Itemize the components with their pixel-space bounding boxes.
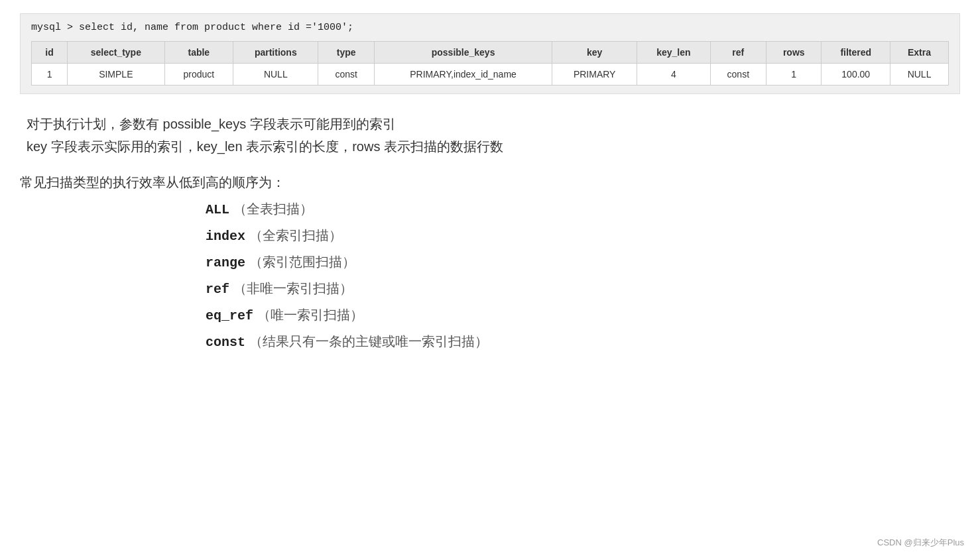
list-item: ref （非唯一索引扫描）	[206, 282, 960, 296]
sql-table-container: mysql > select id, name from product whe…	[20, 13, 960, 94]
table-header-cell: table	[164, 42, 233, 64]
scan-type-desc: （全索引扫描）	[245, 228, 342, 243]
table-cell: PRIMARY	[552, 64, 637, 85]
list-item: index （全索引扫描）	[206, 229, 960, 243]
scan-type-code: range	[206, 255, 245, 270]
table-header-cell: id	[32, 42, 68, 64]
table-cell: const	[318, 64, 375, 85]
table-cell: PRIMARY,index_id_name	[374, 64, 552, 85]
table-header-cell: filtered	[822, 42, 890, 64]
table-cell: NULL	[233, 64, 318, 85]
table-header-cell: key_len	[637, 42, 710, 64]
table-header-cell: possible_keys	[374, 42, 552, 64]
table-cell: const	[710, 64, 766, 85]
table-header-row: idselect_typetablepartitionstypepossible…	[32, 42, 949, 64]
table-cell: product	[164, 64, 233, 85]
table-header-cell: Extra	[890, 42, 949, 64]
table-cell: 4	[637, 64, 710, 85]
table-cell: 100.00	[822, 64, 890, 85]
scan-type-code: index	[206, 229, 245, 244]
list-item: ALL （全表扫描）	[206, 202, 960, 217]
scan-type-code: const	[206, 335, 245, 350]
table-cell: 1	[32, 64, 68, 85]
watermark: CSDN @归来少年Plus	[877, 537, 964, 549]
description-block: 对于执行计划，参数有 possible_keys 字段表示可能用到的索引 key…	[20, 113, 960, 158]
list-item: eq_ref （唯一索引扫描）	[206, 308, 960, 323]
table-header-cell: partitions	[233, 42, 318, 64]
table-body: 1SIMPLEproductNULLconstPRIMARY,index_id_…	[32, 64, 949, 85]
description-line2: key 字段表示实际用的索引，key_len 表示索引的长度，rows 表示扫描…	[27, 135, 960, 158]
table-cell: SIMPLE	[68, 64, 164, 85]
description-line1: 对于执行计划，参数有 possible_keys 字段表示可能用到的索引	[27, 113, 960, 135]
table-header-cell: ref	[710, 42, 766, 64]
scan-types-list: ALL （全表扫描）index （全索引扫描）range （索引范围扫描）ref…	[20, 202, 960, 349]
table-header-cell: key	[552, 42, 637, 64]
page-wrapper: mysql > select id, name from product whe…	[0, 0, 980, 558]
explain-table: idselect_typetablepartitionstypepossible…	[31, 41, 949, 85]
scan-type-desc: （索引范围扫描）	[245, 254, 355, 269]
scan-type-code: ref	[206, 282, 229, 297]
scan-type-desc: （唯一索引扫描）	[253, 307, 363, 322]
sql-query: mysql > select id, name from product whe…	[31, 22, 949, 33]
scan-type-code: eq_ref	[206, 308, 253, 323]
section-title: 常见扫描类型的执行效率从低到高的顺序为：	[20, 174, 960, 192]
scan-type-code: ALL	[206, 202, 229, 217]
table-header-cell: select_type	[68, 42, 164, 64]
scan-type-desc: （非唯一索引扫描）	[229, 281, 353, 296]
table-cell: 1	[766, 64, 822, 85]
scan-type-desc: （结果只有一条的主键或唯一索引扫描）	[245, 334, 488, 349]
scan-type-desc: （全表扫描）	[229, 201, 313, 216]
list-item: const （结果只有一条的主键或唯一索引扫描）	[206, 335, 960, 349]
table-header-cell: rows	[766, 42, 822, 64]
list-item: range （索引范围扫描）	[206, 255, 960, 270]
table-row: 1SIMPLEproductNULLconstPRIMARY,index_id_…	[32, 64, 949, 85]
table-header-cell: type	[318, 42, 375, 64]
table-cell: NULL	[890, 64, 949, 85]
